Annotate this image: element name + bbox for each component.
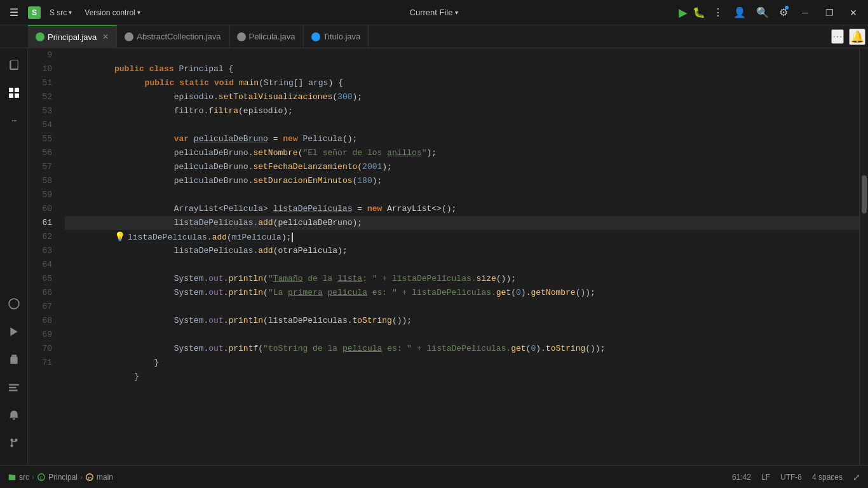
line-num-66: 66 <box>28 286 52 300</box>
user-button[interactable]: 👤 <box>731 4 749 21</box>
code-line-69: System.out.printf("toString de la pelicu… <box>65 328 859 342</box>
tab-label-pelicula: Pelicula.java <box>249 32 295 41</box>
more-options-button[interactable]: ⋮ <box>710 4 726 21</box>
tab-abstract-collection[interactable]: AbstractCollection.java <box>117 25 229 48</box>
tabs-more-button[interactable]: ⋯ <box>831 29 844 44</box>
breadcrumb-src: src <box>19 473 29 482</box>
line-num-52: 52 <box>28 90 52 104</box>
src-dropdown-button[interactable]: S src ▾ <box>46 7 76 18</box>
tab-bar: Principal.java ✕ AbstractCollection.java… <box>0 25 868 48</box>
title-bar: ☰ S S src ▾ Version control ▾ Current Fi… <box>0 0 868 25</box>
svg-point-12 <box>10 444 13 447</box>
activity-item-learn[interactable] <box>3 292 25 315</box>
line-ending: LF <box>761 473 770 482</box>
status-bar: src › C Principal › m main 61:42 LF UTF-… <box>0 465 868 488</box>
code-line-67: System.out.println(listaDePeliculas.toSt… <box>65 300 859 314</box>
activity-bar: ··· <box>0 48 28 465</box>
line-num-67: 67 <box>28 300 52 314</box>
svg-rect-0 <box>9 88 13 92</box>
scrollbar-thumb[interactable] <box>862 175 867 214</box>
activity-item-structure[interactable] <box>3 81 25 104</box>
tab-principal-java[interactable]: Principal.java ✕ <box>28 25 117 48</box>
class-icon: C <box>37 473 46 482</box>
line-num-70: 70 <box>28 342 52 356</box>
current-file-label: Current File <box>410 8 453 17</box>
tab-icon-principal <box>36 32 44 41</box>
svg-point-4 <box>9 299 19 309</box>
breadcrumb: src › C Principal › m main <box>8 473 113 482</box>
code-line-64: System.out.println("Tamaño de la lista: … <box>65 258 859 272</box>
expand-icon: ⤢ <box>853 472 860 482</box>
line-num-63: 63 <box>28 244 52 258</box>
src-label: S src <box>50 8 67 17</box>
tab-label-principal: Principal.java <box>48 32 97 42</box>
svg-text:m: m <box>88 475 92 480</box>
svg-marker-5 <box>10 327 17 336</box>
code-line-9: public class Principal { <box>65 48 859 62</box>
line-num-59: 59 <box>28 188 52 202</box>
svg-rect-6 <box>10 357 17 364</box>
code-content: public class Principal { public static v… <box>60 48 859 465</box>
line-num-62: 62 <box>28 230 52 244</box>
breadcrumb-sep-1: › <box>32 473 34 482</box>
hamburger-menu-button[interactable]: ☰ <box>5 4 23 22</box>
status-left: src › C Principal › m main <box>8 473 113 482</box>
notification-button[interactable]: 🔔 <box>849 29 865 45</box>
maximize-button[interactable]: ❐ <box>820 3 839 22</box>
tab-close-principal[interactable]: ✕ <box>102 32 109 41</box>
tab-label-titulo: Titulo.java <box>323 32 361 41</box>
line-num-10: 10 <box>28 62 52 76</box>
code-line-71: } <box>65 356 859 370</box>
titlebar-right: ▶ 🐛 ⋮ 👤 🔍 ⚙ ─ ❐ ✕ <box>463 3 863 22</box>
line-num-55: 55 <box>28 132 52 146</box>
settings-icon: ⚙ <box>779 6 788 18</box>
minimize-button[interactable]: ─ <box>796 3 815 22</box>
tabs-right: ⋯ 🔔 <box>831 29 868 45</box>
line-num-9: 9 <box>28 48 52 62</box>
svg-rect-8 <box>9 387 16 388</box>
version-chevron-icon: ▾ <box>137 9 140 16</box>
app-icon: S <box>28 6 41 19</box>
activity-item-explorer[interactable] <box>3 53 25 76</box>
activity-item-git[interactable] <box>3 432 25 455</box>
debug-button[interactable]: 🐛 <box>693 6 705 18</box>
status-right: 61:42 LF UTF-8 4 spaces ⤢ <box>732 472 860 482</box>
activity-item-run[interactable] <box>3 320 25 343</box>
code-editor[interactable]: 9 10 51 52 53 54 55 56 57 58 59 60 61 62… <box>28 48 868 465</box>
current-file-dropdown[interactable]: Current File ▾ <box>410 8 459 17</box>
line-num-53: 53 <box>28 104 52 118</box>
activity-item-format[interactable] <box>3 376 25 399</box>
svg-rect-3 <box>15 93 19 98</box>
line-num-69: 69 <box>28 328 52 342</box>
version-control-label: Version control <box>85 8 135 17</box>
tab-pelicula[interactable]: Pelicula.java <box>229 25 304 48</box>
close-button[interactable]: ✕ <box>844 3 863 22</box>
settings-button[interactable]: ⚙ <box>776 4 790 21</box>
breadcrumb-main: main <box>97 473 113 482</box>
tab-titulo[interactable]: Titulo.java <box>304 25 369 48</box>
titlebar-left: ☰ S S src ▾ Version control ▾ <box>5 4 405 22</box>
current-file-chevron-icon: ▾ <box>455 9 458 16</box>
line-num-61: 61 <box>28 216 52 230</box>
svg-rect-9 <box>9 390 18 391</box>
src-chevron-icon: ▾ <box>69 9 72 16</box>
settings-dot <box>785 6 789 10</box>
indent: 4 spaces <box>812 473 843 482</box>
line-num-54: 54 <box>28 118 52 132</box>
svg-rect-1 <box>15 88 19 92</box>
tab-icon-titulo <box>311 32 320 41</box>
tab-icon-abstract <box>125 32 133 41</box>
search-button[interactable]: 🔍 <box>754 4 771 21</box>
activity-item-more[interactable]: ··· <box>3 109 25 132</box>
line-num-64: 64 <box>28 258 52 272</box>
activity-item-debug-alt[interactable] <box>3 348 25 371</box>
line-num-57: 57 <box>28 160 52 174</box>
code-line-54: var peliculaDeBruno = new Pelicula(); <box>65 118 859 132</box>
activity-item-notifications[interactable] <box>3 404 25 427</box>
titlebar-center: Current File ▾ <box>410 8 459 17</box>
line-num-58: 58 <box>28 174 52 188</box>
scrollbar[interactable] <box>859 48 868 465</box>
line-num-56: 56 <box>28 146 52 160</box>
run-button[interactable]: ▶ <box>679 6 688 20</box>
version-control-button[interactable]: Version control ▾ <box>81 7 144 18</box>
